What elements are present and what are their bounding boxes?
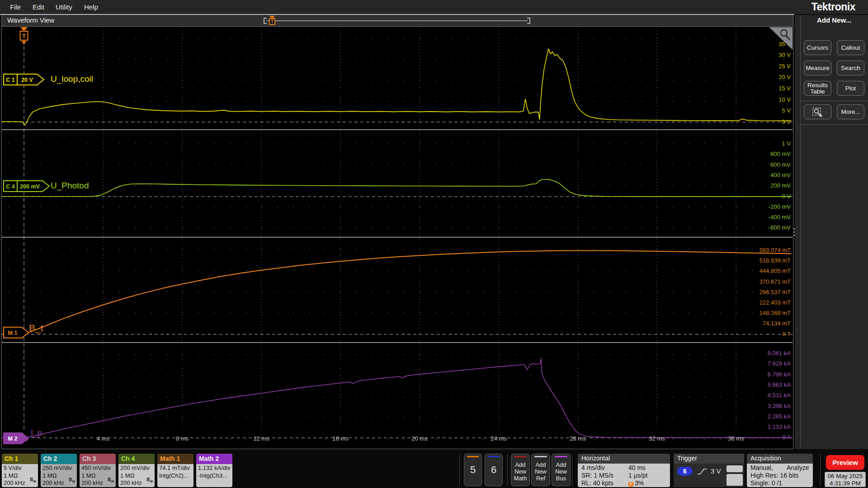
sidebar-button-search[interactable]: Search	[837, 61, 864, 75]
svg-text:M 1: M 1	[8, 330, 18, 336]
channel-badge-body: 450 mV/div1 MΩ200 kHzBW	[80, 464, 116, 487]
y-tick-label-math2: 5.663 kA	[724, 381, 791, 389]
trigger-aux-field	[726, 465, 743, 472]
channel-badge-body: 200 mV/div1 MΩ200 kHzBW	[118, 464, 155, 487]
trace-name-ch1[interactable]: U_loop,coil	[51, 74, 93, 84]
source-badge-m1[interactable]: M 1	[3, 326, 30, 341]
add-new-math-button[interactable]: Add New Math	[511, 454, 530, 486]
horizontal-row-right: 1 µs/pt	[628, 472, 647, 479]
channel-badge-body: 5 V/div1 MΩ200 kHzBW	[2, 464, 38, 487]
y-tick-label-ch1: 0 V	[724, 118, 791, 126]
zoom-select-tool-button[interactable]	[804, 104, 831, 119]
source-badge-c1[interactable]: C 120 V	[3, 73, 45, 88]
oscilloscope-app: FileEditUtilityHelp Tektronix Waveform V…	[0, 0, 868, 488]
results-bar-border	[800, 16, 801, 448]
tektronix-logo: Tektronix	[811, 1, 855, 13]
y-tick-label-math1: 593.074 mT	[724, 247, 791, 254]
acquisition-mode: Manual,	[750, 464, 773, 471]
acquisition-panel[interactable]: AcquisitionManual,AnalyzeHigh Res: 16 bi…	[747, 454, 813, 487]
source-button-6[interactable]: 6	[485, 454, 503, 486]
waveform-plot-area[interactable]: T40 V35 V30 V25 V20 V15 V10 V5 V0 V1 V80…	[2, 27, 793, 449]
datetime-display[interactable]: 06 May 20254:31:39 PM	[825, 472, 866, 487]
sidebar-button-cursors[interactable]: Cursors	[804, 40, 831, 55]
menu-item-utility[interactable]: Utility	[53, 0, 75, 14]
trigger-panel-title: Trigger	[674, 454, 744, 464]
channel-badge-ch3[interactable]: Ch 3450 mV/div1 MΩ200 kHzBW	[80, 454, 116, 487]
sidebar-button-measure[interactable]: Measure	[804, 61, 831, 75]
channel-setting: Intg(Ch2)...	[159, 472, 192, 480]
y-tick-label-math1: 148.268 mT	[724, 310, 791, 317]
button-label: 5	[470, 464, 476, 476]
svg-text:20 V: 20 V	[21, 77, 33, 83]
y-tick-label-ch4: 0 V	[724, 193, 791, 200]
y-tick-label-ch4: 400 mV	[724, 172, 791, 179]
y-tick-label-math1: 444.805 mT	[724, 267, 791, 275]
button-color-stripe	[467, 456, 479, 457]
acquisition-analyze: Analyze	[787, 464, 809, 471]
menu-item-file[interactable]: File	[7, 0, 24, 14]
rising-edge-icon	[697, 468, 707, 476]
channel-badge-header: Ch 3	[80, 454, 116, 464]
acquisition-single-count: Single: 0 /1	[750, 479, 782, 487]
channel-badge-header: Math 2	[196, 454, 232, 464]
channel-badge-math1[interactable]: Math 174.1 mT/divIntg(Ch2)...	[157, 454, 193, 487]
scrollbar-right-bracket	[527, 18, 530, 24]
channel-badge-ch2[interactable]: Ch 2250 mV/div1 MΩ200 kHzBW	[41, 454, 77, 487]
trigger-flag-icon: T	[628, 482, 633, 487]
trigger-panel[interactable]: Trigger63 V	[674, 454, 744, 487]
trigger-aux-field	[726, 474, 743, 486]
add-new-ref-button[interactable]: Add New Ref	[531, 454, 550, 486]
sidebar-button-plot[interactable]: Plot	[837, 81, 864, 96]
trace-name-math1[interactable]: B_t	[29, 323, 43, 333]
trace-name-math2[interactable]: I_p	[31, 428, 42, 438]
menu-item-edit[interactable]: Edit	[30, 0, 47, 14]
y-tick-label-math2: 2.265 kA	[724, 413, 791, 420]
horizontal-row-right: 40 ms	[628, 464, 646, 471]
preview-button[interactable]: Preview	[826, 455, 864, 470]
time-tick-label: 8 ms	[166, 435, 198, 442]
trigger-position-thumb[interactable]: T	[268, 16, 276, 27]
acquisition-panel-title: Acquisition	[747, 454, 813, 464]
sidebar-separator	[800, 124, 868, 125]
time-tick-label: 4 ms	[87, 435, 119, 442]
channel-badge-ch1[interactable]: Ch 15 V/div1 MΩ200 kHzBW	[2, 454, 38, 487]
channel-badge-ch4[interactable]: Ch 4200 mV/div1 MΩ200 kHzBW	[118, 454, 155, 487]
horizontal-position-scrollbar[interactable]: T	[264, 18, 530, 24]
svg-text:T: T	[22, 33, 26, 39]
button-color-stripe	[555, 456, 567, 457]
channel-badge-body: 250 mV/div1 MΩ200 kHzBW	[41, 464, 77, 487]
acquisition-resolution: High Res: 16 bits	[750, 472, 799, 479]
channel-badge-math2[interactable]: Math 21.132 kA/div-Intg(Ch3...	[196, 454, 232, 487]
scrollbar-track[interactable]	[266, 20, 528, 21]
y-tick-label-math1: 74.134 mT	[724, 320, 791, 327]
sidebar-button-results-table[interactable]: Results Table	[804, 81, 831, 96]
date-value: 06 May 2025	[825, 473, 865, 480]
source-badge-m2[interactable]: M 2	[3, 432, 30, 446]
y-tick-label-ch4: 800 mV	[724, 150, 791, 158]
horizontal-row-left: SR: 1 MS/s	[581, 472, 613, 479]
box-zoom-icon	[812, 107, 824, 117]
horizontal-panel[interactable]: Horizontal4 ms/div40 msSR: 1 MS/s1 µs/pt…	[578, 454, 670, 487]
source-badge-c4[interactable]: C 4200 mV	[3, 180, 51, 194]
add-new-bus-button[interactable]: Add New Bus	[552, 454, 571, 486]
trace-name-ch4[interactable]: U_Photod	[51, 181, 89, 191]
svg-text:C 1: C 1	[6, 77, 15, 83]
sidebar-button-callout[interactable]: Callout	[837, 40, 864, 55]
y-tick-label-ch1: 30 V	[724, 52, 791, 59]
y-tick-label-ch4: 600 mV	[724, 161, 791, 169]
y-tick-label-ch4: -600 mV	[724, 224, 791, 231]
channel-setting: 74.1 mT/div	[159, 465, 192, 472]
bottombar-separator	[459, 455, 460, 486]
sidebar-button-more[interactable]: More...	[837, 104, 864, 119]
source-button-5[interactable]: 5	[464, 454, 482, 486]
horizontal-row-left: 4 ms/div	[581, 464, 605, 471]
sidebar-separator	[800, 101, 868, 101]
horizontal-value: 40 ms	[628, 464, 646, 471]
trigger-source-badge: 6	[677, 467, 693, 476]
bottombar-separator	[572, 455, 572, 486]
menu-item-help[interactable]: Help	[81, 0, 101, 14]
time-tick-label: 24 ms	[483, 435, 514, 442]
waveform-view-panel: Waveform View T T40 V35 V30 V25 V20 V15 …	[1, 15, 793, 449]
horizontal-row-left: RL: 40 kpts	[581, 479, 613, 487]
y-tick-label-ch1: 35 V	[724, 41, 791, 48]
